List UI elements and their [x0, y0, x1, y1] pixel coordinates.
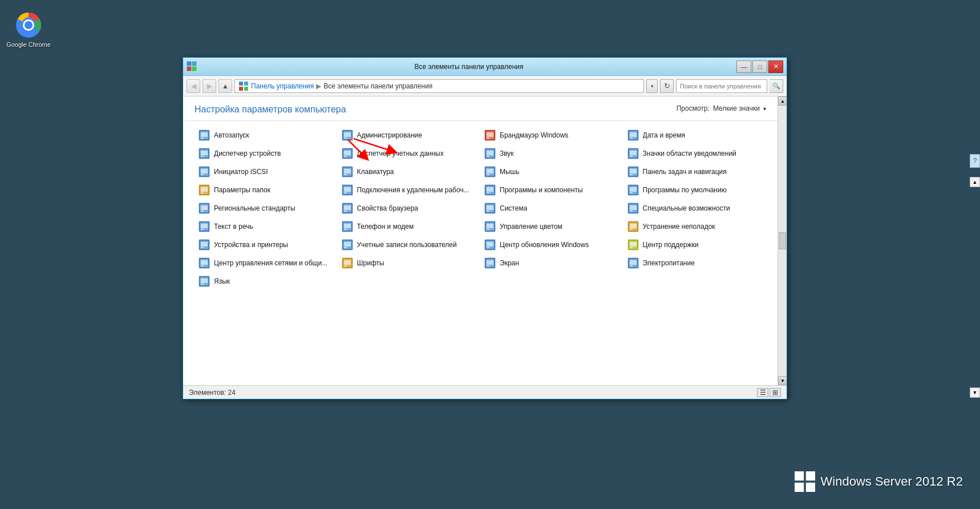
item-icon — [484, 257, 496, 269]
svg-rect-136 — [487, 265, 489, 266]
item-label: Свойства браузера — [357, 204, 419, 212]
item-icon — [484, 202, 496, 215]
svg-rect-5 — [187, 62, 191, 66]
grid-item[interactable]: Региональные стандарты — [195, 200, 338, 217]
window-controls: — □ ✕ — [736, 60, 783, 73]
chrome-icon — [15, 11, 42, 39]
svg-rect-75 — [630, 187, 637, 192]
grid-item[interactable]: Язык — [195, 273, 338, 290]
item-label: Текст в речь — [214, 223, 253, 231]
view-dropdown-icon[interactable]: ▾ — [763, 106, 766, 112]
chrome-desktop-icon[interactable]: Google Chrome — [6, 11, 51, 48]
grid-item[interactable]: Клавиатура — [338, 163, 481, 180]
grid-item[interactable]: Диспетчер устройств — [195, 145, 338, 162]
control-panel-window: Все элементы панели управления — □ ✕ ◀ ▶… — [183, 57, 787, 399]
grid-item[interactable]: Мышь — [480, 163, 623, 180]
close-button[interactable]: ✕ — [768, 60, 783, 73]
svg-rect-111 — [201, 242, 208, 247]
svg-rect-124 — [630, 247, 633, 248]
scroll-up-button[interactable]: ▲ — [778, 96, 787, 106]
grid-item[interactable]: Телефон и модем — [338, 218, 481, 235]
right-scroll-up[interactable]: ▲ — [970, 177, 980, 187]
scroll-track[interactable] — [778, 106, 787, 232]
address-dropdown-button[interactable]: ▾ — [646, 79, 658, 93]
grid-item[interactable]: Программы и компоненты — [480, 181, 623, 199]
search-input[interactable] — [680, 83, 763, 90]
view-icons-button[interactable]: ⊞ — [770, 388, 781, 397]
grid-item[interactable]: Брандмауэр Windows — [480, 127, 623, 144]
grid-item[interactable]: Центр поддержки — [623, 236, 767, 253]
svg-rect-100 — [344, 229, 347, 230]
grid-item[interactable]: Центр обновления Windows — [480, 236, 623, 253]
right-scroll-down[interactable]: ▼ — [970, 387, 980, 398]
svg-rect-116 — [344, 247, 347, 248]
grid-item[interactable]: Устранение неполадок — [623, 218, 767, 235]
help-button[interactable]: ? — [970, 154, 980, 168]
scroll-empty — [778, 249, 787, 376]
svg-rect-150 — [805, 483, 815, 492]
refresh-button[interactable]: ↻ — [660, 79, 674, 93]
grid-item[interactable]: Автозапуск — [195, 127, 338, 144]
scroll-thumb[interactable] — [779, 232, 786, 249]
svg-rect-36 — [344, 156, 347, 157]
grid-item[interactable]: Управление цветом — [480, 218, 623, 235]
item-icon — [198, 184, 210, 196]
grid-item[interactable]: Система — [480, 200, 623, 217]
svg-rect-143 — [201, 278, 208, 283]
item-icon — [198, 202, 210, 215]
grid-item[interactable]: Шрифты — [338, 255, 481, 272]
item-icon — [341, 147, 354, 160]
address-path[interactable]: Панель управления ▶ Все элементы панели … — [234, 79, 644, 93]
item-icon — [484, 184, 496, 196]
item-icon — [627, 220, 639, 233]
grid-item[interactable]: Центр управления сетями и общи... — [195, 255, 338, 272]
svg-rect-9 — [239, 82, 243, 86]
grid-item[interactable]: Учетные записи пользователей — [338, 236, 481, 253]
scroll-down-button[interactable]: ▼ — [778, 376, 787, 385]
path-separator: ▶ — [316, 82, 321, 90]
item-label: Администрирование — [357, 131, 422, 139]
up-button[interactable]: ▲ — [218, 79, 232, 93]
grid-item[interactable]: Параметры папок — [195, 181, 338, 199]
item-label: Программы по умолчанию — [643, 186, 727, 194]
view-list-button[interactable]: ☰ — [757, 388, 768, 397]
grid-item[interactable]: Подключения к удаленным рабоч... — [338, 181, 481, 199]
grid-item[interactable]: Экран — [480, 255, 623, 272]
search-box[interactable] — [676, 79, 767, 93]
svg-rect-39 — [487, 151, 493, 155]
svg-rect-11 — [239, 87, 243, 91]
item-label: Центр обновления Windows — [500, 241, 589, 249]
grid-item[interactable]: Специальные возможности — [623, 200, 767, 217]
grid-item[interactable]: Администрирование — [338, 127, 481, 144]
svg-rect-31 — [201, 151, 208, 155]
grid-item[interactable]: Диспетчер учетных данных — [338, 145, 481, 162]
svg-rect-68 — [344, 192, 347, 193]
grid-item[interactable]: Звук — [480, 145, 623, 162]
grid-item[interactable]: Устройства и принтеры — [195, 236, 338, 253]
back-button[interactable]: ◀ — [187, 79, 200, 93]
maximize-button[interactable]: □ — [752, 60, 767, 73]
grid-item[interactable]: Электропитание — [623, 255, 767, 272]
svg-rect-96 — [201, 229, 204, 230]
item-label: Телефон и модем — [357, 223, 414, 231]
svg-rect-43 — [630, 151, 637, 155]
svg-rect-28 — [630, 138, 633, 139]
minimize-button[interactable]: — — [736, 60, 751, 73]
item-label: Автозапуск — [214, 131, 249, 139]
item-label: Управление цветом — [500, 223, 562, 231]
grid-item[interactable]: Свойства браузера — [338, 200, 481, 217]
grid-item[interactable]: Панель задач и навигация — [623, 163, 767, 180]
grid-item[interactable]: Программы по умолчанию — [623, 181, 767, 199]
svg-rect-139 — [630, 260, 637, 265]
right-scrollbar[interactable]: ▲ ▼ — [777, 96, 787, 385]
svg-rect-59 — [630, 169, 637, 173]
search-button[interactable]: 🔍 — [770, 79, 783, 93]
grid-item[interactable]: Инициатор iSCSI — [195, 163, 338, 180]
grid-item[interactable]: Дата и время — [623, 127, 767, 144]
grid-item[interactable]: Значки области уведомлений — [623, 145, 767, 162]
grid-item[interactable]: Текст в речь — [195, 218, 338, 235]
window-icon — [187, 61, 198, 72]
svg-rect-88 — [487, 211, 489, 212]
svg-rect-32 — [201, 156, 204, 157]
forward-button[interactable]: ▶ — [203, 79, 216, 93]
